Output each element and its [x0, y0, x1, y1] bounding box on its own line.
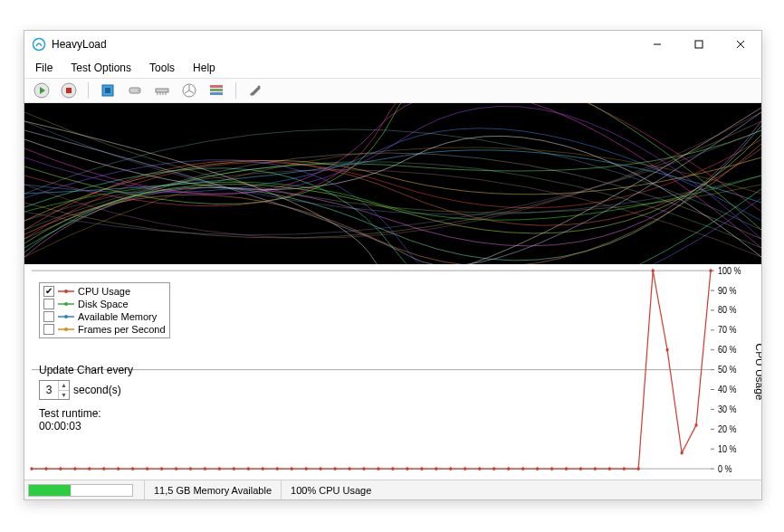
- legend-label: Frames per Second: [78, 324, 166, 335]
- svg-point-104: [64, 315, 68, 318]
- svg-point-0: [33, 39, 45, 51]
- status-cpu: 100% CPU Usage: [281, 480, 380, 499]
- svg-point-83: [492, 467, 495, 470]
- update-interval-spinner[interactable]: 3 ▲ ▼: [39, 380, 70, 400]
- svg-rect-13: [156, 89, 168, 92]
- svg-rect-20: [210, 89, 223, 91]
- svg-point-75: [377, 467, 379, 470]
- spinner-down-icon[interactable]: ▼: [59, 390, 69, 400]
- svg-point-55: [88, 467, 91, 470]
- menu-test-options[interactable]: Test Options: [67, 60, 135, 76]
- svg-text:CPU Usage: CPU Usage: [754, 344, 761, 401]
- legend-checkbox[interactable]: [43, 299, 54, 309]
- svg-text:30 %: 30 %: [718, 404, 737, 414]
- svg-point-59: [146, 467, 148, 470]
- legend-color-swatch: [58, 313, 74, 320]
- stop-button[interactable]: [57, 80, 81, 101]
- svg-point-71: [320, 467, 322, 470]
- svg-rect-8: [66, 88, 72, 93]
- svg-point-106: [64, 328, 68, 331]
- svg-point-70: [305, 467, 308, 470]
- disk-stress-button[interactable]: [123, 80, 147, 101]
- legend-label: Disk Space: [78, 299, 129, 309]
- svg-text:50 %: 50 %: [718, 364, 737, 375]
- svg-point-73: [349, 467, 351, 470]
- app-window: HeavyLoad File Test Options Tools Help: [24, 30, 762, 500]
- svg-point-62: [189, 467, 192, 470]
- legend-checkbox[interactable]: [43, 324, 54, 335]
- svg-point-85: [521, 467, 524, 470]
- svg-point-63: [204, 467, 206, 470]
- svg-point-53: [59, 467, 62, 470]
- svg-point-65: [233, 467, 235, 470]
- svg-rect-2: [695, 41, 703, 48]
- gpu-stress-button[interactable]: [177, 80, 201, 101]
- memory-progressbar: [28, 484, 133, 497]
- svg-text:0 %: 0 %: [718, 463, 732, 474]
- svg-point-67: [262, 467, 264, 470]
- test-runtime-value: 00:00:03: [39, 420, 101, 432]
- svg-point-74: [362, 467, 365, 470]
- svg-point-12: [138, 90, 139, 91]
- svg-point-69: [291, 467, 293, 470]
- svg-point-96: [681, 451, 684, 455]
- legend-item[interactable]: Available Memory: [43, 310, 166, 323]
- svg-text:40 %: 40 %: [718, 384, 737, 394]
- svg-point-98: [709, 269, 712, 272]
- menu-file[interactable]: File: [32, 60, 56, 76]
- legend-label: CPU Usage: [78, 286, 130, 297]
- treesize-button[interactable]: [205, 80, 228, 101]
- legend-item[interactable]: Frames per Second: [43, 323, 166, 336]
- svg-point-23: [258, 86, 261, 89]
- svg-point-88: [565, 467, 568, 470]
- minimize-button[interactable]: [636, 31, 678, 58]
- svg-point-100: [64, 290, 68, 293]
- svg-point-81: [464, 467, 466, 470]
- svg-point-102: [64, 302, 68, 306]
- svg-point-91: [608, 467, 611, 470]
- svg-point-94: [652, 269, 655, 272]
- legend-color-swatch: [58, 300, 74, 308]
- memory-stress-button[interactable]: [150, 80, 174, 101]
- svg-point-22: [251, 93, 253, 96]
- svg-point-64: [218, 467, 221, 470]
- menu-help[interactable]: Help: [189, 60, 219, 76]
- svg-text:60 %: 60 %: [718, 345, 737, 356]
- svg-text:80 %: 80 %: [718, 305, 737, 316]
- stress-test-visual: [24, 103, 761, 264]
- play-button[interactable]: [30, 80, 53, 101]
- svg-point-80: [449, 467, 452, 470]
- app-icon: [32, 37, 46, 52]
- menu-tools[interactable]: Tools: [146, 60, 178, 76]
- legend-item[interactable]: Disk Space: [43, 298, 166, 310]
- legend-checkbox[interactable]: ✔: [43, 286, 54, 297]
- svg-text:20 %: 20 %: [718, 423, 737, 434]
- svg-point-52: [44, 467, 47, 470]
- svg-text:10 %: 10 %: [718, 443, 737, 454]
- titlebar: HeavyLoad: [24, 31, 761, 58]
- maximize-button[interactable]: [678, 31, 720, 58]
- update-interval: Update Chart every 3 ▲ ▼ second(s): [39, 364, 133, 400]
- legend-item[interactable]: ✔CPU Usage: [43, 285, 166, 298]
- svg-point-86: [536, 467, 539, 470]
- legend-color-swatch: [58, 326, 74, 333]
- legend-checkbox[interactable]: [43, 311, 54, 322]
- update-interval-label: Update Chart every: [39, 364, 133, 376]
- close-button[interactable]: [720, 31, 761, 58]
- chart-area: 0 %10 %20 %30 %40 %50 %60 %70 %80 %90 %1…: [24, 264, 761, 480]
- svg-point-72: [334, 467, 337, 470]
- svg-text:100 %: 100 %: [718, 265, 741, 276]
- cpu-stress-button[interactable]: [96, 80, 120, 101]
- toolbar: [24, 78, 761, 103]
- svg-text:70 %: 70 %: [718, 325, 737, 336]
- svg-point-84: [507, 467, 510, 470]
- svg-point-61: [175, 467, 177, 470]
- svg-point-51: [30, 467, 33, 470]
- menubar: File Test Options Tools Help: [24, 58, 761, 78]
- svg-point-79: [435, 467, 437, 470]
- settings-button[interactable]: [244, 80, 267, 101]
- svg-point-87: [550, 467, 553, 470]
- legend-color-swatch: [58, 288, 74, 295]
- svg-point-93: [637, 467, 640, 470]
- spinner-up-icon[interactable]: ▲: [59, 381, 69, 390]
